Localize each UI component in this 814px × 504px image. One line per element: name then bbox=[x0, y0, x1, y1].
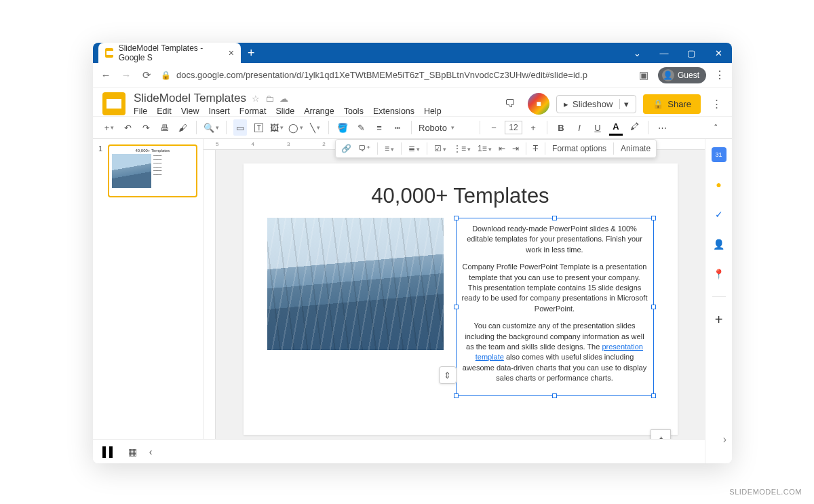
browser-menu-icon[interactable]: ⋮ bbox=[714, 69, 725, 81]
textbox-icon[interactable]: 🅃 bbox=[252, 119, 265, 136]
collapse-toolbar-icon[interactable]: ˄ bbox=[709, 119, 722, 136]
resize-handle[interactable] bbox=[552, 216, 557, 220]
maps-icon[interactable]: 📍 bbox=[712, 267, 726, 282]
align-icon[interactable]: ≡▾ bbox=[385, 144, 394, 153]
undo-icon[interactable]: ↶ bbox=[121, 119, 134, 136]
grid-view-icon[interactable]: ▦ bbox=[128, 446, 137, 457]
resize-handle[interactable] bbox=[651, 305, 656, 309]
menu-slide[interactable]: Slide bbox=[275, 106, 294, 116]
new-tab-button[interactable]: + bbox=[248, 46, 255, 60]
resize-handle[interactable] bbox=[651, 216, 656, 220]
menu-arrange[interactable]: Arrange bbox=[304, 106, 334, 116]
new-slide-button[interactable]: +▾ bbox=[102, 119, 116, 136]
border-color-icon[interactable]: ✎ bbox=[354, 119, 368, 136]
header-overflow-icon[interactable]: ⋮ bbox=[710, 98, 722, 110]
back-icon[interactable]: ← bbox=[100, 69, 112, 81]
border-dash-icon[interactable]: ┅ bbox=[391, 119, 404, 136]
move-icon[interactable]: 🗀 bbox=[265, 94, 274, 104]
menu-tools[interactable]: Tools bbox=[344, 106, 364, 116]
contacts-icon[interactable]: 👤 bbox=[712, 237, 726, 252]
slideshow-dropdown-icon[interactable]: ▾ bbox=[619, 99, 633, 109]
fill-color-icon[interactable]: 🪣 bbox=[336, 119, 349, 136]
line-icon[interactable]: ╲▾ bbox=[308, 119, 322, 136]
install-icon[interactable]: ▣ bbox=[638, 69, 650, 81]
autofit-icon[interactable]: ⇕ bbox=[439, 366, 457, 384]
font-size-decrease[interactable]: − bbox=[487, 119, 501, 136]
underline-icon[interactable]: U bbox=[591, 119, 604, 136]
resize-handle[interactable] bbox=[454, 216, 459, 220]
cloud-icon[interactable]: ☁ bbox=[279, 94, 288, 104]
redo-icon[interactable]: ↷ bbox=[139, 119, 153, 136]
tab-close-icon[interactable]: × bbox=[229, 47, 234, 58]
menu-help[interactable]: Help bbox=[424, 106, 442, 116]
resize-handle[interactable] bbox=[454, 393, 459, 398]
reload-icon[interactable]: ⟳ bbox=[140, 69, 153, 81]
slide-thumbnail-1[interactable]: 40,000+ Templates ━━━━━━━━━━━━━━━━━━━━━━… bbox=[108, 144, 197, 197]
expand-panel-icon[interactable]: › bbox=[723, 433, 726, 446]
maximize-icon[interactable]: ▢ bbox=[678, 43, 705, 63]
select-tool-icon[interactable]: ▭ bbox=[233, 119, 247, 136]
keep-icon[interactable]: ● bbox=[712, 177, 726, 192]
indent-decrease-icon[interactable]: ⇤ bbox=[499, 144, 505, 153]
bold-icon[interactable]: B bbox=[554, 119, 568, 136]
shape-icon[interactable]: ◯▾ bbox=[288, 119, 303, 136]
forward-icon[interactable]: → bbox=[120, 69, 132, 81]
slide-canvas[interactable]: 40,000+ Templates bbox=[244, 163, 678, 435]
menu-view[interactable]: View bbox=[181, 106, 199, 116]
clear-formatting-icon[interactable]: T bbox=[533, 144, 538, 153]
font-select[interactable]: Roboto▾ bbox=[419, 123, 473, 133]
calendar-icon[interactable]: 31 bbox=[712, 147, 726, 162]
star-icon[interactable]: ☆ bbox=[252, 94, 260, 104]
resize-handle[interactable] bbox=[454, 305, 459, 309]
close-icon[interactable]: ✕ bbox=[705, 43, 732, 63]
filmstrip-view-icon[interactable]: ▌▌ bbox=[102, 446, 116, 457]
numbered-list-icon[interactable]: 1≡▾ bbox=[478, 144, 492, 153]
add-comment-icon[interactable]: 🗨⁺ bbox=[358, 144, 370, 153]
url-field[interactable]: 🔒 docs.google.com/presentation/d/1ylk1qd… bbox=[161, 70, 629, 80]
line-spacing-icon[interactable]: ≣▾ bbox=[408, 144, 420, 153]
italic-icon[interactable]: I bbox=[573, 119, 586, 136]
meet-icon[interactable]: ■ bbox=[528, 93, 549, 115]
resize-handle[interactable] bbox=[552, 393, 557, 398]
checklist-icon[interactable]: ☑▾ bbox=[434, 144, 446, 153]
google-slides-logo[interactable] bbox=[102, 92, 125, 115]
font-size-input[interactable]: 12 bbox=[505, 121, 522, 134]
minimize-icon[interactable]: — bbox=[651, 43, 678, 63]
zoom-icon[interactable]: 🔍▾ bbox=[204, 119, 219, 136]
doc-title[interactable]: SlideModel Templates bbox=[134, 92, 246, 105]
collapse-filmstrip-icon[interactable]: ‹ bbox=[149, 446, 153, 457]
resize-handle[interactable] bbox=[651, 393, 656, 398]
menu-format[interactable]: Format bbox=[239, 106, 267, 116]
text-color-icon[interactable]: A bbox=[609, 119, 623, 136]
avatar-icon: 👤 bbox=[662, 69, 674, 81]
menu-extensions[interactable]: Extensions bbox=[373, 106, 414, 116]
animate-button[interactable]: Animate bbox=[621, 144, 651, 153]
format-options-button[interactable]: Format options bbox=[552, 144, 606, 153]
text-box-selected[interactable]: Download ready-made PowerPoint slides & … bbox=[456, 218, 654, 396]
indent-increase-icon[interactable]: ⇥ bbox=[512, 144, 519, 153]
border-weight-icon[interactable]: ≡ bbox=[372, 119, 386, 136]
tab-search-icon[interactable]: ⌄ bbox=[623, 43, 651, 63]
slide-title[interactable]: 40,000+ Templates bbox=[254, 184, 667, 208]
menu-file[interactable]: File bbox=[134, 106, 147, 116]
insert-link-icon[interactable]: 🔗 bbox=[341, 144, 351, 153]
comments-icon[interactable]: 🗨 bbox=[499, 93, 521, 115]
image-icon[interactable]: 🖼▾ bbox=[270, 119, 284, 136]
menu-edit[interactable]: Edit bbox=[157, 106, 172, 116]
slide-image[interactable] bbox=[267, 218, 444, 350]
thumb-text: ━━━━━━━━━━━━━━━━━━━━━━━━━━━━━━━━━━━━ bbox=[153, 154, 193, 188]
bulleted-list-icon[interactable]: ⋮≡▾ bbox=[453, 144, 471, 153]
slideshow-button[interactable]: ▸ Slideshow ▾ bbox=[556, 95, 636, 113]
paint-format-icon[interactable]: 🖌 bbox=[176, 119, 189, 136]
more-icon[interactable]: ⋯ bbox=[655, 119, 669, 136]
browser-tab[interactable]: SlideModel Templates - Google S × bbox=[98, 43, 241, 63]
font-size-increase[interactable]: + bbox=[526, 119, 540, 136]
menu-insert[interactable]: Insert bbox=[209, 106, 230, 116]
add-addon-icon[interactable]: + bbox=[712, 312, 726, 327]
profile-chip[interactable]: 👤 Guest bbox=[658, 67, 706, 83]
highlight-icon[interactable]: 🖍 bbox=[627, 119, 641, 136]
tasks-icon[interactable]: ✓ bbox=[712, 207, 726, 222]
share-button[interactable]: 🔒 Share bbox=[643, 94, 701, 114]
print-icon[interactable]: 🖶 bbox=[157, 119, 171, 136]
contextual-toolbar: 🔗 🗨⁺ ≡▾ ≣▾ ☑▾ ⋮≡▾ 1≡▾ ⇤ ⇥ T bbox=[335, 139, 657, 158]
